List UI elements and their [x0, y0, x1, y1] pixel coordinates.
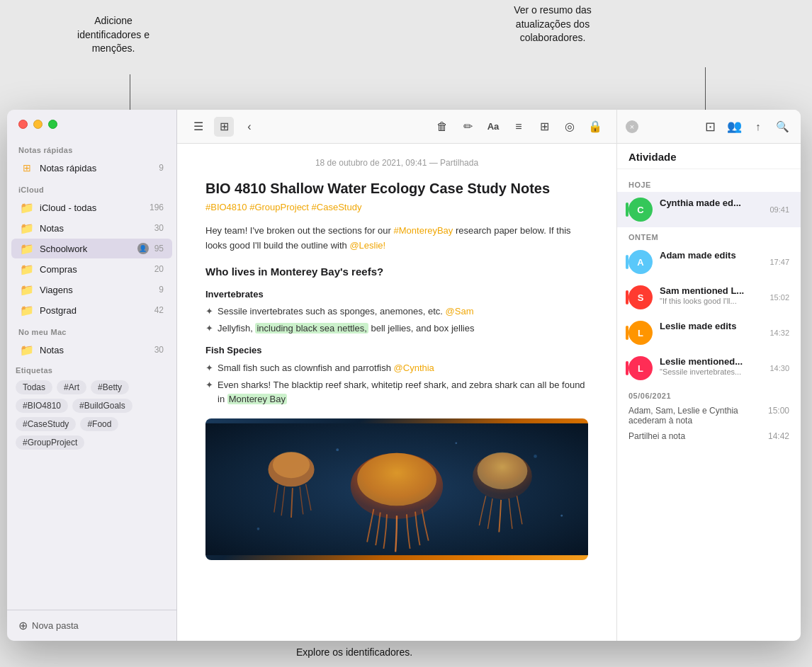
indicator-sam — [626, 290, 628, 304]
annotation-bottom: Explore os identificadores. — [248, 646, 461, 660]
older-label: 05/06/2021 — [617, 386, 801, 403]
highlight-monterey-bay: Monterey Bay — [227, 394, 287, 404]
section-label-quick-notes: Notas rápidas — [7, 139, 176, 157]
activity-content-cynthia: Cynthia made ed... — [660, 198, 762, 208]
media-button[interactable]: ◎ — [560, 117, 580, 137]
activity-content-adam: Adam made edits — [660, 250, 762, 261]
activity-item-leslie-edit[interactable]: L Leslie made edits 14:32 — [617, 315, 801, 350]
sam-time: 15:02 — [769, 293, 789, 302]
activity-close-button[interactable]: × — [626, 120, 638, 133]
font-button[interactable]: Aa — [483, 117, 503, 137]
svg-point-7 — [336, 448, 339, 451]
new-folder-button[interactable]: ⊕ Nova pasta — [18, 619, 79, 632]
collaborators-button[interactable]: 👥 — [724, 117, 744, 137]
share-button[interactable]: ↑ — [748, 117, 768, 137]
bullet-fish-2: ✦ Even sharks! The blacktip reef shark, … — [205, 378, 588, 408]
folder-icon-notas-mac: 📁 — [20, 343, 34, 357]
activity-item-sam[interactable]: S Sam mentioned L... "If this looks good… — [617, 280, 801, 315]
activity-item-cynthia[interactable]: C Cynthia made ed... 09:41 — [617, 192, 801, 227]
format-list-button[interactable]: ≡ — [509, 117, 529, 137]
tags-grid: Todas #Art #Betty #BIO4810 #BuildGoals #… — [16, 380, 168, 450]
highlight-jellyfish: including black sea nettles, — [255, 323, 368, 334]
subheading-fish: Fish Species — [205, 343, 588, 358]
sidebar-item-icloud-all[interactable]: 📁 iCloud - todas 196 — [11, 198, 172, 217]
tag-betty[interactable]: #Betty — [91, 380, 129, 394]
adam-name: Adam made edits — [660, 250, 762, 261]
sidebar-item-compras[interactable]: 📁 Compras 20 — [11, 259, 172, 279]
quick-notes-icon: ⊞ — [20, 161, 34, 175]
sidebar-item-notas[interactable]: 📁 Notas 30 — [11, 218, 172, 238]
bullet-text-1: Sessile invertebrates such as sponges, a… — [218, 304, 474, 319]
tag-food[interactable]: #Food — [80, 417, 118, 431]
close-button[interactable] — [18, 120, 28, 129]
activity-simple-shared: Partilhei a nota 14:42 — [617, 428, 801, 444]
svg-point-2 — [357, 453, 436, 506]
note-intro: Hey team! I've broken out the sections f… — [205, 224, 588, 253]
notas-mac-label: Notas — [40, 345, 152, 355]
activity-simple-group: Adam, Sam, Leslie e Cynthia acederam à n… — [617, 403, 801, 428]
sidebar-item-postgrad[interactable]: 📁 Postgrad 42 — [11, 300, 172, 320]
back-button[interactable]: ‹ — [239, 117, 259, 137]
note-area[interactable]: 18 de outubro de 2021, 09:41 — Partilhad… — [177, 144, 616, 641]
table-button[interactable]: ⊞ — [534, 117, 554, 137]
quick-notes-label: Notas rápidas — [40, 163, 156, 173]
indicator-leslie-mention — [626, 361, 628, 375]
toolbar: ☰ ⊞ ‹ 🗑 ✏ Aa ≡ ⊞ ◎ 🔒 — [177, 110, 616, 144]
minimize-button[interactable] — [33, 120, 43, 129]
cynthia-name: Cynthia made ed... — [660, 198, 762, 208]
activity-item-adam[interactable]: A Adam made edits 17:47 — [617, 244, 801, 280]
tags-label: Etiquetas — [16, 366, 168, 375]
grid-view-button[interactable]: ⊞ — [214, 117, 234, 137]
svg-point-11 — [560, 515, 563, 517]
maximize-button[interactable] — [48, 120, 57, 129]
bullet-star-2: ✦ — [205, 321, 213, 336]
traffic-lights — [7, 110, 176, 136]
bullet-text-4: Even sharks! The blacktip reef shark, wh… — [218, 378, 588, 408]
avatar-leslie-mention: L — [628, 356, 653, 380]
schoolwork-label: Schoolwork — [40, 244, 137, 254]
new-folder-label: Nova pasta — [32, 620, 79, 631]
activity-item-leslie-mention[interactable]: L Leslie mentioned... "Sessile invertebr… — [617, 350, 801, 386]
tag-buildgoals[interactable]: #BuildGoals — [72, 399, 132, 413]
sidebar-item-notas-mac[interactable]: 📁 Notas 30 — [11, 340, 172, 360]
indicator-adam — [626, 255, 628, 269]
sidebar: Notas rápidas ⊞ Notas rápidas 9 iCloud 📁… — [7, 110, 177, 641]
avatar-adam: A — [628, 250, 653, 274]
note-hashtags: #BIO4810 #GroupProject #CaseStudy — [205, 202, 588, 212]
schoolwork-shared-icon: 👤 — [137, 243, 149, 254]
tag-groupproject[interactable]: #GroupProject — [16, 435, 84, 450]
bullet-text-3: Small fish such as clownfish and parrotf… — [218, 361, 434, 376]
annotation-line-right — [705, 67, 706, 113]
tag-art[interactable]: #Art — [57, 380, 86, 394]
sam-preview: "If this looks good I'll... — [660, 297, 762, 305]
search-activity-button[interactable]: 🔍 — [772, 117, 792, 137]
icloud-all-label: iCloud - todas — [40, 203, 147, 213]
adam-time: 17:47 — [769, 258, 789, 266]
gallery-view-button[interactable]: ⊡ — [700, 117, 720, 137]
subheading-invertebrates: Invertebrates — [205, 287, 588, 302]
lock-button[interactable]: 🔒 — [585, 117, 605, 137]
plus-icon: ⊕ — [18, 619, 28, 632]
edit-button[interactable]: ✏ — [458, 117, 478, 137]
leslie-edit-time: 14:32 — [769, 329, 789, 337]
tag-casestudy[interactable]: #CaseStudy — [16, 417, 76, 431]
schoolwork-badge: 95 — [154, 244, 164, 253]
section-label-mac: No meu Mac — [7, 321, 176, 339]
sidebar-item-schoolwork[interactable]: 📁 Schoolwork 👤 95 — [11, 239, 172, 258]
indicator-cynthia — [626, 203, 628, 217]
app-window: Notas rápidas ⊞ Notas rápidas 9 iCloud 📁… — [7, 110, 801, 641]
section-heading-who-lives: Who lives in Monterey Bay's reefs? — [205, 263, 588, 280]
list-view-button[interactable]: ☰ — [188, 117, 208, 137]
icloud-all-badge: 196 — [150, 203, 164, 212]
note-meta: 18 de outubro de 2021, 09:41 — Partilhad… — [205, 158, 588, 168]
bullet-text-2: Jellyfish, including black sea nettles, … — [218, 321, 474, 336]
leslie-mention-name: Leslie mentioned... — [660, 356, 762, 367]
shared-text: Partilhei a nota — [628, 431, 685, 441]
sidebar-item-viagens[interactable]: 📁 Viagens 9 — [11, 280, 172, 300]
activity-content-sam: Sam mentioned L... "If this looks good I… — [660, 285, 762, 305]
indicator-leslie-edit — [626, 326, 628, 340]
delete-button[interactable]: 🗑 — [432, 117, 452, 137]
tag-todas[interactable]: Todas — [16, 380, 52, 394]
sidebar-item-quick-notes[interactable]: ⊞ Notas rápidas 9 — [11, 158, 172, 178]
tag-bio4810[interactable]: #BIO4810 — [16, 399, 68, 413]
